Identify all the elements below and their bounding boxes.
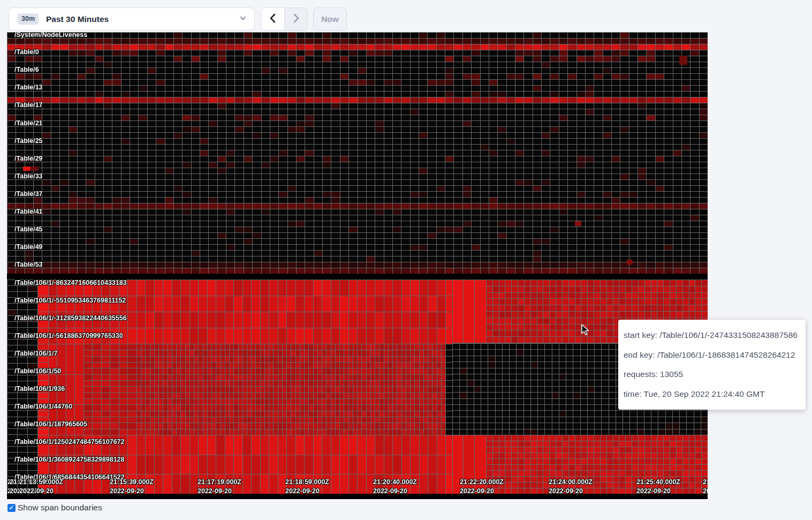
hover-tooltip: start key: /Table/106/1/-247433150824388… [618,320,806,410]
time-nav-group [261,7,308,31]
key-visualizer: /System/NodeLiveness/Table/0/Table/6/Tab… [7,32,708,499]
tooltip-end-key: end key: /Table/106/1/-18683814745282642… [624,345,801,365]
time-window-label: Past 30 Minutes [46,14,239,24]
heatmap-canvas[interactable] [7,32,708,499]
show-span-boundaries-row: ✓ Show span boundaries [7,503,102,513]
chevron-right-icon [291,13,301,25]
now-button[interactable]: Now [313,7,347,31]
show-span-boundaries-label: Show span boundaries [18,503,102,513]
tooltip-requests: requests: 13055 [624,365,801,385]
tooltip-time: time: Tue, 20 Sep 2022 21:24:40 GMT [624,385,801,404]
time-forward-button[interactable] [284,8,307,30]
time-back-button[interactable] [261,8,284,30]
time-window-badge: 30m [18,13,39,25]
chevron-down-icon [239,14,247,24]
show-span-boundaries-checkbox[interactable]: ✓ [7,504,16,512]
time-window-select[interactable]: 30m Past 30 Minutes [9,7,255,31]
tooltip-start-key: start key: /Table/106/1/-247433150824388… [624,326,801,345]
chevron-left-icon [268,13,278,25]
